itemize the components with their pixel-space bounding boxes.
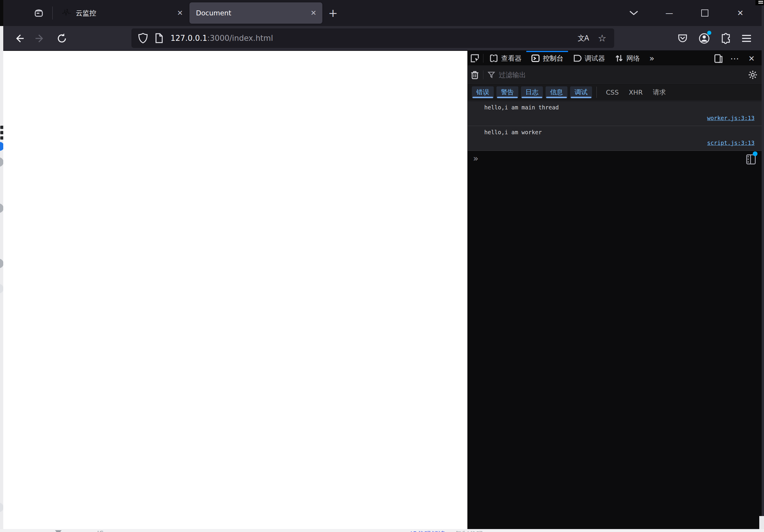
tab-bar: 云监控 ✕ Document ✕ + — ✕ — [3, 0, 762, 26]
url-bar[interactable]: 127.0.0.1:3000/index.html 文A ☆ — [131, 28, 614, 48]
forward-icon — [35, 33, 45, 44]
hamburger-menu-button[interactable] — [738, 30, 755, 47]
gray-badge — [0, 284, 3, 293]
url-text[interactable]: 127.0.0.1:3000/index.html — [170, 34, 576, 43]
triangle-marker-icon — [55, 530, 62, 532]
tab-cloud-monitor[interactable]: 云监控 ✕ — [56, 2, 189, 24]
minimize-button[interactable]: — — [660, 5, 679, 21]
screen-edge-artifact — [755, 0, 764, 5]
list-lines-icon — [0, 131, 3, 134]
devtools-tab-debugger[interactable]: 调试器 — [568, 51, 610, 66]
funnel-icon — [487, 71, 495, 79]
close-icon: ✕ — [737, 9, 744, 17]
tab-title: Document — [196, 9, 307, 17]
source-link[interactable]: worker.js:3:13 — [707, 115, 755, 121]
network-icon — [615, 54, 623, 63]
console-input-row[interactable]: » — [468, 151, 762, 169]
translate-icon: 文A — [578, 34, 588, 43]
filter-css[interactable]: CSS — [601, 89, 624, 96]
split-console-icon[interactable] — [746, 153, 756, 164]
filter-xhr[interactable]: XHR — [624, 89, 648, 96]
tab-label: 控制台 — [543, 54, 563, 63]
devtools-panel: 查看器 控制台 调试器 网络 » ⋯ — [468, 51, 762, 529]
account-button[interactable] — [696, 30, 712, 47]
code-lang-label: JS — [97, 530, 104, 532]
inspector-icon — [489, 54, 498, 63]
extensions-button[interactable] — [718, 30, 734, 47]
responsive-mode-icon — [714, 54, 723, 63]
close-icon: ✕ — [177, 9, 183, 17]
console-level-filters: 错误 警告 日志 信息 调试 CSS XHR 请求 — [468, 84, 762, 101]
pocket-icon — [677, 33, 688, 44]
console-filter-input[interactable]: 过滤输出 — [484, 66, 746, 83]
responsive-mode-button[interactable] — [711, 51, 725, 66]
tab-title: 云监控 — [76, 9, 174, 18]
bookmark-star-button[interactable]: ☆ — [595, 31, 609, 45]
tab-close-button[interactable]: ✕ — [307, 7, 319, 19]
filter-chip-errors[interactable]: 错误 — [472, 86, 494, 98]
minimize-icon: — — [666, 9, 673, 17]
source-link[interactable]: script.js:3:13 — [707, 140, 755, 146]
copy-code-link[interactable]: 复制代码 — [455, 530, 483, 532]
firefox-view-icon — [33, 7, 45, 19]
underlying-window-left-sliver — [0, 0, 3, 532]
gray-badge — [0, 259, 3, 268]
forward-button[interactable] — [32, 30, 48, 47]
firefox-view-button[interactable] — [31, 5, 47, 21]
toolbar-divider — [483, 54, 483, 63]
tab-label: 查看器 — [501, 54, 521, 63]
filter-chip-info[interactable]: 信息 — [545, 86, 567, 98]
meatball-menu-icon: ⋯ — [730, 56, 740, 61]
pocket-button[interactable] — [674, 30, 691, 47]
message-text: hello,i am worker — [484, 129, 542, 135]
filter-chip-logs[interactable]: 日志 — [521, 86, 543, 98]
split-lines — [748, 156, 749, 157]
window-close-button[interactable]: ✕ — [731, 5, 750, 21]
notification-dot — [753, 151, 757, 156]
reload-button[interactable] — [54, 30, 70, 47]
devtools-tab-network[interactable]: 网络 — [610, 51, 645, 66]
reload-icon — [56, 33, 68, 44]
back-button[interactable] — [11, 30, 28, 47]
pick-element-button[interactable] — [468, 51, 482, 66]
page-viewport — [3, 51, 468, 529]
list-all-tabs-button[interactable] — [624, 5, 643, 21]
devtools-close-button[interactable]: ✕ — [744, 51, 759, 66]
tab-label: 网络 — [626, 54, 640, 63]
clear-console-button[interactable] — [468, 66, 482, 83]
console-message: hello,i am main thread worker.js:3:13 — [468, 101, 762, 126]
console-settings-button[interactable] — [746, 66, 760, 83]
tab-document-active[interactable]: Document ✕ — [189, 2, 322, 24]
message-text: hello,i am main thread — [484, 104, 559, 111]
more-tabs-button[interactable]: » — [645, 51, 659, 66]
url-domain: 127.0.0.1 — [170, 34, 207, 43]
code-explain-link[interactable]: JS代码解读 — [410, 530, 446, 532]
underlying-window-bottom-sliver: JS JS代码解读 复制代码 — [0, 529, 764, 532]
chevron-down-icon — [629, 10, 639, 16]
extensions-icon — [720, 33, 732, 44]
new-tab-button[interactable]: + — [325, 5, 341, 21]
gray-badge — [0, 503, 3, 512]
filter-requests[interactable]: 请求 — [648, 88, 671, 97]
trash-icon — [471, 70, 479, 79]
devtools-tab-console[interactable]: 控制台 — [526, 51, 568, 66]
devtools-menu-button[interactable]: ⋯ — [728, 51, 742, 66]
page-icon[interactable] — [154, 33, 163, 44]
filter-chip-debug[interactable]: 调试 — [570, 86, 592, 98]
devtools-tab-inspector[interactable]: 查看器 — [484, 51, 526, 66]
notification-dot — [707, 31, 711, 35]
gray-badge — [0, 203, 3, 213]
maximize-button[interactable] — [695, 5, 714, 21]
window-controls: — ✕ — [624, 5, 750, 21]
filter-chip-warnings[interactable]: 警告 — [496, 86, 518, 98]
list-lines-icon — [0, 136, 3, 140]
gray-badge — [0, 157, 3, 167]
tab-close-button[interactable]: ✕ — [174, 7, 186, 19]
star-icon: ☆ — [598, 33, 607, 44]
blue-dot-icon — [0, 142, 3, 151]
translate-button[interactable]: 文A — [576, 31, 590, 45]
debugger-icon — [573, 54, 582, 63]
underlying-window-right-sliver — [762, 0, 764, 516]
hamburger-icon — [741, 34, 752, 43]
url-path: :3000/index.html — [207, 34, 273, 43]
